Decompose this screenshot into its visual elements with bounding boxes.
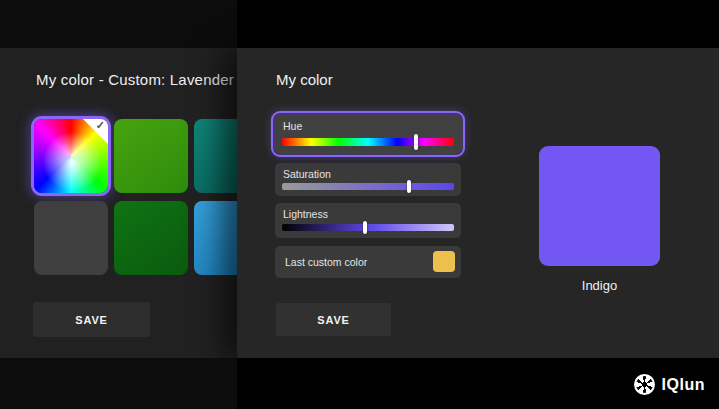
- swatch-green[interactable]: [114, 119, 188, 193]
- color-preview-label: Indigo: [539, 278, 660, 293]
- last-custom-color-label: Last custom color: [285, 256, 367, 268]
- lightness-slider-thumb[interactable]: [363, 221, 367, 234]
- swatch-dark-gray[interactable]: [34, 201, 108, 275]
- page-title: My color - Custom: Lavender: [36, 71, 234, 88]
- custom-color-dialog: My color Hue Saturation Lightness Last c…: [237, 48, 719, 358]
- camera-shutter-icon: [634, 374, 655, 395]
- last-custom-color-row[interactable]: Last custom color: [275, 246, 461, 278]
- color-swatch-grid: ✓: [34, 119, 268, 275]
- hue-slider-thumb[interactable]: [414, 134, 418, 150]
- saturation-slider-label: Saturation: [283, 168, 331, 180]
- dialog-title: My color: [276, 71, 333, 88]
- check-icon: ✓: [96, 119, 105, 132]
- lightness-slider-label: Lightness: [283, 208, 328, 220]
- lightness-slider-track[interactable]: [282, 224, 454, 231]
- saturation-slider-thumb[interactable]: [407, 180, 411, 193]
- watermark-text: IQlun: [662, 376, 705, 394]
- lightness-slider[interactable]: Lightness: [275, 203, 461, 238]
- hue-slider-track[interactable]: [282, 138, 454, 146]
- saturation-slider-track[interactable]: [282, 183, 454, 190]
- swatch-custom-rainbow[interactable]: ✓: [34, 119, 108, 193]
- dialog-save-button[interactable]: SAVE: [276, 303, 391, 336]
- saturation-slider[interactable]: Saturation: [275, 163, 461, 196]
- color-preview-swatch: [539, 146, 660, 266]
- save-button[interactable]: SAVE: [33, 302, 150, 337]
- last-custom-color-swatch: [433, 251, 455, 272]
- watermark: IQlun: [634, 374, 705, 395]
- bottom-letterbox-bar: [0, 358, 719, 409]
- hue-slider-label: Hue: [283, 120, 302, 132]
- top-letterbox-bar: [0, 0, 719, 48]
- hue-slider[interactable]: Hue: [275, 115, 461, 153]
- swatch-dark-green[interactable]: [114, 201, 188, 275]
